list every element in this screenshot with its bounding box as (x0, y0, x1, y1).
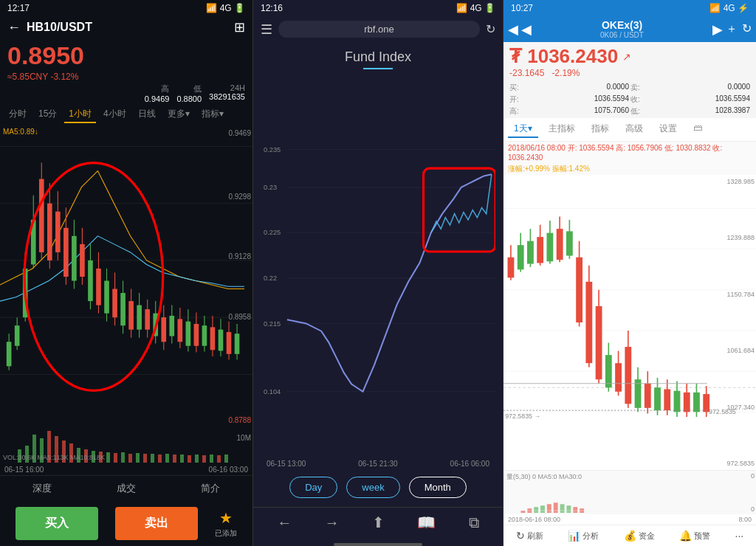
p3-ctab-export[interactable]: 🗃 (687, 121, 708, 138)
p3-ctab-indicator[interactable]: 指标 (585, 121, 615, 138)
p1-star-button[interactable]: ★ 已添加 (215, 509, 237, 539)
p3-label-6: 972.5835 (726, 460, 755, 467)
p3-ctab-settings[interactable]: 设置 (653, 121, 683, 138)
p2-time-labels: 06-15 13:00 06-15 21:30 06-16 06:00 (261, 460, 495, 468)
p1-timeframe-tabs: 分时 15分 1小时 4小时 日线 更多▾ 指标▾ (0, 103, 252, 126)
svg-rect-84 (165, 454, 169, 463)
p1-tab-more[interactable]: 更多▾ (163, 106, 194, 123)
p1-tab-1h[interactable]: 1小时 (64, 106, 96, 123)
p3-ctab-1d[interactable]: 1天▾ (508, 121, 538, 138)
p1-current-price: 0.8950 (7, 41, 245, 70)
p3-btn-analysis[interactable]: 📊 分析 (568, 530, 599, 542)
p1-time-end: 06-16 03:00 (209, 466, 248, 474)
svg-rect-83 (158, 455, 162, 463)
p3-status-bar: 10:27 📶 4G ⚡ (504, 0, 756, 16)
svg-rect-165 (560, 504, 565, 513)
p3-price-value: 1036.2430 (527, 45, 618, 67)
p3-nav-left[interactable]: ◀ (508, 21, 518, 38)
p1-time-start: 06-15 16:00 (4, 466, 44, 474)
p1-price-section: 0.8950 ≈5.85CNY -3.12% (0, 38, 252, 83)
p2-menu-icon[interactable]: ☰ (261, 21, 272, 38)
p3-ctab-maind[interactable]: 主指标 (543, 121, 581, 138)
p1-price-label-1: 0.9298 (228, 193, 251, 201)
p1-cny-change: ≈5.85CNY -3.12% (7, 72, 245, 82)
p3-signal: 📶 4G ⚡ (709, 3, 749, 13)
p3-time-end: 8:00 (738, 516, 752, 523)
svg-rect-90 (210, 455, 213, 463)
p2-time: 12:16 (261, 3, 283, 13)
p2-nav-bookmarks[interactable]: 📖 (417, 514, 436, 531)
p1-tab-daily[interactable]: 日线 (134, 106, 160, 123)
p1-volume-area: VOL:30.6K MA5:113K MA10:818K 10M (0, 427, 252, 464)
p3-ohlc-high: 高: 1075.7060 (509, 106, 629, 117)
p3-time-row: 2018-06-16 08:00 8:00 (504, 514, 756, 525)
panel-hb10: 12:17 📶 4G 🔋 ← HB10/USDT ⊞ 0.8950 ≈5.85C… (0, 0, 252, 546)
svg-rect-80 (136, 453, 140, 463)
p1-tab-trades[interactable]: 成交 (117, 482, 136, 495)
svg-rect-164 (554, 502, 558, 513)
p2-period-day[interactable]: Day (289, 477, 337, 498)
p1-tab-info[interactable]: 简介 (201, 482, 220, 495)
svg-rect-86 (180, 455, 184, 463)
svg-rect-161 (534, 507, 538, 513)
p1-tab-4h[interactable]: 4小时 (99, 106, 131, 123)
p3-change-abs: -23.1645 (509, 68, 544, 78)
svg-rect-78 (121, 452, 125, 463)
p3-label-1: 1328.985 (726, 178, 755, 185)
p1-tab-indicator[interactable]: 指标▾ (197, 106, 228, 123)
p2-nav-back[interactable]: ← (277, 514, 292, 531)
p2-refresh-icon[interactable]: ↻ (486, 22, 495, 36)
p3-more-icon: ··· (735, 530, 744, 542)
p1-stat-low: 低 0.8800 (176, 83, 202, 103)
p3-refresh-icon[interactable]: ↻ (742, 21, 752, 37)
svg-rect-76 (106, 452, 110, 463)
p2-browser-bar: ☰ rbf.one ↻ (253, 16, 503, 42)
svg-text:0.225: 0.225 (264, 229, 281, 236)
p1-buy-button[interactable]: 买入 (16, 507, 98, 540)
p3-sub-r1: 0 (751, 472, 755, 480)
p1-back-icon[interactable]: ← (7, 20, 21, 35)
p1-price-label-2: 0.9128 (228, 252, 251, 260)
p1-tab-15min[interactable]: 15分 (34, 106, 61, 123)
p1-scan-icon[interactable]: ⊞ (234, 19, 245, 35)
p3-header: ◀ ◀ OKEx(3) 0K06 / USDT ▶ ＋ ↻ (504, 16, 756, 42)
p3-trend-info: 涨幅:+0.99% 振幅:1.42% (504, 163, 756, 175)
svg-rect-167 (573, 507, 577, 513)
p1-bottom-tabs: 深度 成交 简介 (0, 475, 252, 501)
p3-btn-funds[interactable]: 💰 资金 (624, 530, 655, 542)
p2-nav-share[interactable]: ⬆ (372, 514, 385, 531)
p3-price-labels: 1328.985 1239.888 1150.784 1061.684 1027… (726, 175, 755, 470)
p3-btn-more[interactable]: ··· (735, 530, 744, 542)
p3-nav-prev[interactable]: ◀ (521, 21, 532, 38)
p3-nav-next[interactable]: ▶ (712, 21, 723, 38)
p3-sub-labels: 量(5,30) 0 MA5:0 MA30:0 (506, 472, 582, 482)
p2-home-indicator (334, 543, 422, 546)
p2-nav-forward[interactable]: → (325, 514, 340, 531)
p2-time-2: 06-15 21:30 (358, 460, 397, 468)
p1-star-label: 已添加 (215, 528, 237, 539)
svg-rect-162 (540, 505, 545, 513)
p3-btn-refresh[interactable]: ↻ 刷新 (516, 530, 543, 542)
p1-tab-fen[interactable]: 分时 (4, 106, 31, 123)
p1-stat-high: 高 0.9469 (145, 83, 170, 103)
p2-nav-tabs[interactable]: ⧉ (469, 514, 479, 531)
p2-url-bar[interactable]: rbf.one (278, 21, 480, 38)
p1-sell-button[interactable]: 卖出 (115, 507, 198, 540)
p3-funds-label: 资金 (639, 531, 655, 542)
p3-chart-svg: 972.5835 972.5835 → (504, 175, 756, 470)
p3-btn-alerts[interactable]: 🔔 预警 (679, 530, 710, 542)
p2-content-area: Fund Index 0.235 0.23 0.225 0.22 0.215 0… (253, 42, 503, 507)
p2-period-month[interactable]: Month (409, 477, 467, 498)
svg-text:0.235: 0.235 (264, 146, 281, 153)
p3-pair-subtitle: 0K06 / USDT (535, 31, 709, 39)
p2-period-week[interactable]: week (346, 477, 399, 498)
svg-rect-163 (547, 504, 551, 513)
p3-ctab-advanced[interactable]: 高级 (619, 121, 649, 138)
p3-price-arrow: ↗ (622, 51, 631, 63)
p3-ohlc-buy: 买: 0.0000 (509, 83, 629, 93)
p3-add-icon[interactable]: ＋ (726, 21, 738, 37)
p1-time: 12:17 (7, 3, 30, 13)
p1-tab-depth[interactable]: 深度 (32, 482, 52, 495)
svg-rect-87 (188, 455, 191, 463)
svg-rect-85 (173, 455, 176, 463)
